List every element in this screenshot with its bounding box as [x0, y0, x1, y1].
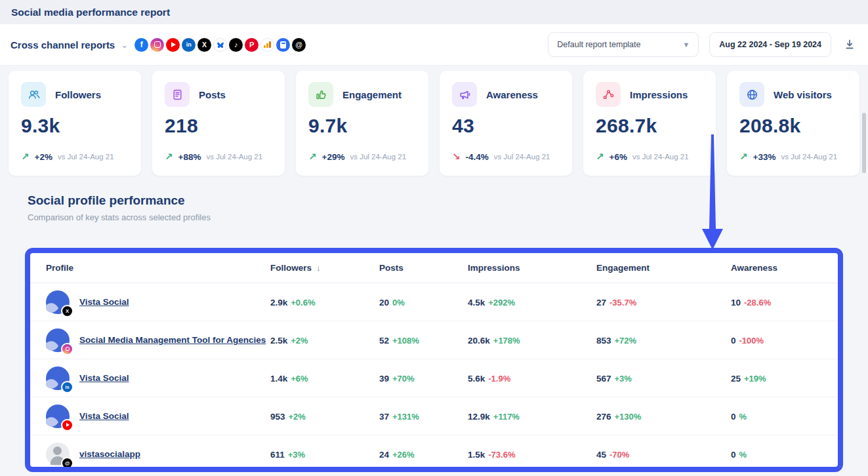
- stat-label: Impressions: [630, 89, 688, 100]
- posts-value: 37: [379, 412, 389, 422]
- impressions-delta: +178%: [493, 336, 520, 346]
- compare-period: vs Jul 24-Aug 21: [350, 153, 406, 161]
- impressions-value: 20.6k: [468, 336, 490, 346]
- stat-value: 9.7k: [308, 115, 416, 137]
- stat-card-awareness: Awareness 43 ↘ -4.4% vs Jul 24-Aug 21: [440, 71, 572, 176]
- x-twitter-icon[interactable]: X: [197, 38, 211, 52]
- table-row: in Vista Social 1.4k+6% 39+70% 5.6k-1.9%…: [30, 359, 838, 397]
- trend-down-icon: ↘: [452, 151, 461, 163]
- engagement-delta: +72%: [615, 336, 637, 346]
- engagement-delta: -35.7%: [610, 298, 636, 307]
- followers-value: 1.4k: [270, 374, 287, 384]
- followers-value: 953: [270, 412, 285, 422]
- date-range-picker[interactable]: Aug 22 2024 - Sep 19 2024: [709, 32, 831, 57]
- google-analytics-icon[interactable]: [260, 38, 274, 52]
- awareness-value: 0: [731, 412, 736, 422]
- awareness-value: 0: [731, 336, 736, 346]
- stat-label: Web visitors: [774, 89, 832, 100]
- followers-delta: +2%: [289, 412, 306, 422]
- followers-delta: +6%: [291, 374, 308, 384]
- profile-link[interactable]: Vista Social: [79, 373, 129, 383]
- stat-delta: -4.4%: [466, 152, 489, 162]
- scrollbar-thumb[interactable]: [862, 113, 866, 173]
- column-header-engagement[interactable]: Engagement: [596, 263, 731, 273]
- column-header-profile[interactable]: Profile: [46, 263, 270, 273]
- profile-link[interactable]: vistasocialapp: [79, 449, 140, 459]
- download-icon: [844, 39, 856, 50]
- pinterest-icon[interactable]: P: [245, 38, 258, 52]
- toolbar-right-controls: Default report template ▼ Aug 22 2024 - …: [548, 32, 858, 57]
- linkedin-icon[interactable]: in: [182, 38, 196, 52]
- table-row: @ vistasocialapp 611+3% 24+26% 1.5k-73.6…: [30, 435, 838, 472]
- bluesky-icon[interactable]: [213, 38, 227, 52]
- cross-channel-reports-label[interactable]: Cross channel reports: [10, 39, 115, 50]
- stat-value: 218: [165, 115, 272, 137]
- stat-card-web-visitors: Web visitors 208.8k ↗ +33% vs Jul 24-Aug…: [727, 71, 859, 176]
- awareness-icon: [452, 82, 477, 107]
- youtube-icon[interactable]: [166, 38, 180, 52]
- trend-up-icon: ↗: [308, 151, 317, 163]
- table-row: Vista Social 953+2% 37+131% 12.9k+117% 2…: [30, 397, 838, 435]
- trend-up-icon: ↗: [596, 151, 604, 163]
- compare-period: vs Jul 24-Aug 21: [494, 153, 550, 161]
- column-header-followers[interactable]: Followers ↓: [270, 263, 379, 273]
- column-header-impressions[interactable]: Impressions: [468, 263, 596, 273]
- page-title: Social media performance report: [11, 7, 170, 18]
- awareness-value: 25: [731, 374, 741, 384]
- impressions-value: 12.9k: [468, 412, 490, 422]
- stat-value: 268.7k: [596, 115, 703, 137]
- followers-value: 611: [270, 450, 285, 460]
- engagement-delta: +3%: [615, 374, 632, 384]
- posts-delta: 0%: [392, 298, 405, 307]
- social-profile-performance-section: Social profile performance Comparison of…: [28, 193, 868, 222]
- engagement-icon: [308, 82, 333, 107]
- stat-label: Engagement: [342, 89, 402, 100]
- profile-link[interactable]: Vista Social: [79, 411, 129, 421]
- stat-delta: +2%: [35, 152, 52, 162]
- tiktok-icon[interactable]: ♪: [229, 38, 243, 52]
- impressions-value: 4.5k: [468, 298, 485, 307]
- engagement-value: 567: [596, 374, 611, 384]
- awareness-delta: %: [739, 412, 747, 422]
- report-template-value: Default report template: [557, 40, 640, 49]
- vista-social-avatar: X: [46, 290, 70, 314]
- facebook-icon[interactable]: f: [134, 38, 148, 52]
- stat-value: 43: [452, 115, 560, 137]
- stat-card-engagement: Engagement 9.7k ↗ +29% vs Jul 24-Aug 21: [296, 71, 428, 176]
- platform-icon-row: f in X ♪ P @: [134, 38, 306, 52]
- table-row: X Vista Social 2.9k+0.6% 200% 4.5k+292% …: [30, 283, 838, 321]
- select-caret-icon: ▼: [682, 41, 690, 49]
- instagram-network-badge-icon: [62, 344, 72, 354]
- engagement-delta: +130%: [615, 412, 642, 422]
- engagement-value: 45: [596, 450, 606, 460]
- stat-value: 208.8k: [739, 115, 847, 137]
- social-profile-table-panel: Profile Followers ↓ Posts Impressions En…: [25, 248, 843, 472]
- column-header-awareness[interactable]: Awareness: [731, 263, 838, 273]
- engagement-value: 276: [596, 412, 611, 422]
- trend-up-icon: ↗: [21, 151, 30, 163]
- report-content: Followers 9.3k ↗ +2% vs Jul 24-Aug 21 Po…: [0, 66, 868, 476]
- posts-delta: +26%: [392, 450, 415, 460]
- awareness-delta: -100%: [739, 336, 764, 346]
- impressions-delta: -1.9%: [488, 374, 510, 384]
- stat-delta: +6%: [610, 152, 627, 162]
- chevron-down-icon[interactable]: ⌄: [121, 40, 128, 50]
- google-business-profile-icon[interactable]: [276, 38, 290, 52]
- profile-link[interactable]: Vista Social: [79, 297, 129, 307]
- stat-delta: +29%: [322, 152, 345, 162]
- report-template-select[interactable]: Default report template ▼: [548, 32, 699, 57]
- posts-value: 20: [379, 298, 389, 307]
- followers-delta: +2%: [291, 336, 308, 346]
- download-button[interactable]: [842, 37, 858, 52]
- posts-delta: +108%: [392, 336, 419, 346]
- column-header-posts[interactable]: Posts: [379, 263, 468, 273]
- threads-icon[interactable]: @: [292, 38, 306, 52]
- stat-delta: +88%: [178, 152, 201, 162]
- impressions-delta: +292%: [488, 298, 515, 307]
- awareness-delta: +19%: [744, 374, 766, 384]
- highlight-arrow-down-icon: [693, 134, 734, 251]
- profile-link[interactable]: Social Media Management Tool for Agencie…: [79, 335, 266, 345]
- sort-desc-icon[interactable]: ↓: [316, 263, 321, 273]
- posts-icon: [165, 82, 190, 107]
- instagram-icon[interactable]: [150, 38, 164, 52]
